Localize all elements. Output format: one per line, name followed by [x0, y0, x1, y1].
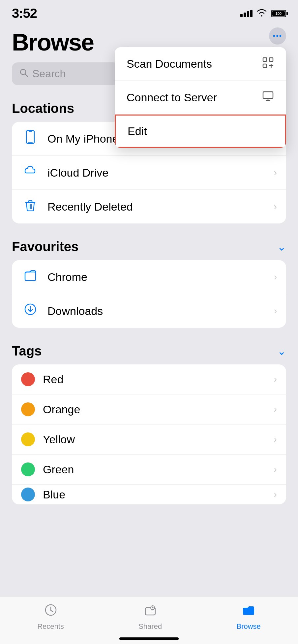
downloads-item[interactable]: Downloads › [12, 294, 286, 328]
more-options-button[interactable]: ••• [269, 27, 286, 45]
chevron-right-icon: › [274, 201, 277, 212]
red-tag-dot [21, 372, 35, 386]
blue-tag-label: Blue [43, 488, 266, 501]
battery-level: 100 [276, 12, 282, 16]
chevron-right-icon: › [274, 464, 277, 475]
search-icon [19, 68, 28, 80]
chevron-right-icon: › [274, 404, 277, 415]
green-tag-label: Green [43, 463, 266, 476]
signal-icon [240, 10, 253, 17]
tags-section-header: Tags ⌄ [12, 340, 286, 364]
edit-label: Edit [128, 125, 147, 138]
recently-deleted-item[interactable]: Recently Deleted › [12, 190, 286, 223]
yellow-tag-label: Yellow [43, 433, 266, 446]
svg-line-21 [51, 610, 53, 612]
trash-icon [21, 198, 40, 216]
main-content: ••• Scan Documents Connect to Server [0, 24, 298, 582]
favourites-title: Favourites [12, 239, 78, 254]
status-icons: 100 [240, 8, 286, 19]
chevron-right-icon: › [274, 434, 277, 445]
three-dot-icon: ••• [273, 32, 282, 40]
chevron-right-icon: › [274, 167, 277, 178]
recently-deleted-label: Recently Deleted [47, 200, 266, 213]
svg-rect-10 [26, 130, 34, 144]
blue-tag-dot [21, 488, 35, 501]
tab-recents-label: Recents [37, 622, 64, 631]
browse-folder-icon [242, 603, 255, 620]
status-bar: 3:52 100 [0, 0, 298, 24]
orange-tag-dot [21, 402, 35, 416]
wifi-icon [256, 8, 268, 19]
blue-tag-item[interactable]: Blue › [12, 485, 286, 504]
chevron-right-icon: › [274, 272, 277, 282]
tab-shared-label: Shared [138, 622, 162, 631]
chrome-label: Chrome [47, 271, 266, 284]
svg-rect-5 [263, 92, 273, 98]
orange-tag-item[interactable]: Orange › [12, 394, 286, 424]
orange-tag-label: Orange [43, 403, 266, 416]
tab-browse[interactable]: Browse [236, 603, 260, 631]
svg-rect-0 [263, 58, 267, 61]
clock-icon [44, 603, 58, 620]
scan-documents-label: Scan Documents [127, 57, 212, 70]
chevron-right-icon: › [274, 306, 277, 316]
icloud-drive-label: iCloud Drive [47, 166, 266, 179]
scan-documents-menu-item[interactable]: Scan Documents [115, 47, 286, 81]
iphone-icon [21, 130, 40, 148]
svg-line-9 [25, 74, 28, 77]
chrome-folder-icon [21, 268, 40, 286]
home-indicator [119, 637, 179, 640]
svg-point-25 [152, 607, 153, 608]
green-tag-item[interactable]: Green › [12, 455, 286, 485]
tags-title: Tags [12, 344, 42, 358]
svg-rect-2 [263, 64, 267, 68]
edit-menu-item[interactable]: Edit [115, 115, 286, 148]
chevron-right-icon: › [274, 374, 277, 385]
tags-list: Red › Orange › Yellow › Green › Blue › [12, 364, 286, 504]
tab-recents[interactable]: Recents [37, 603, 64, 631]
favourites-section-header: Favourites ⌄ [12, 235, 286, 260]
tags-collapse-icon[interactable]: ⌄ [277, 345, 286, 357]
chevron-right-icon: › [274, 489, 277, 500]
red-tag-label: Red [43, 373, 266, 386]
green-tag-dot [21, 462, 35, 476]
dropdown-menu: Scan Documents Connect to Server [115, 47, 286, 148]
svg-rect-1 [269, 58, 273, 61]
connect-to-server-menu-item[interactable]: Connect to Server [115, 81, 286, 115]
tab-browse-label: Browse [236, 622, 260, 631]
favourites-collapse-icon[interactable]: ⌄ [277, 241, 286, 253]
yellow-tag-item[interactable]: Yellow › [12, 424, 286, 455]
shared-icon [143, 603, 157, 620]
battery-icon: 100 [271, 10, 286, 17]
status-time: 3:52 [12, 6, 37, 21]
scan-documents-icon [262, 56, 274, 71]
locations-title: Locations [12, 101, 74, 116]
yellow-tag-dot [21, 432, 35, 446]
tab-shared[interactable]: Shared [138, 603, 162, 631]
icloud-drive-item[interactable]: iCloud Drive › [12, 156, 286, 190]
favourites-list: Chrome › Downloads › [12, 260, 286, 328]
red-tag-item[interactable]: Red › [12, 364, 286, 394]
connect-to-server-label: Connect to Server [127, 91, 217, 104]
chrome-item[interactable]: Chrome › [12, 260, 286, 294]
icloud-icon [21, 164, 40, 182]
tab-bar: Recents Shared Browse [0, 596, 298, 644]
downloads-icon [21, 302, 40, 320]
search-placeholder: Search [32, 68, 66, 80]
server-icon [262, 90, 274, 105]
downloads-label: Downloads [47, 305, 266, 318]
